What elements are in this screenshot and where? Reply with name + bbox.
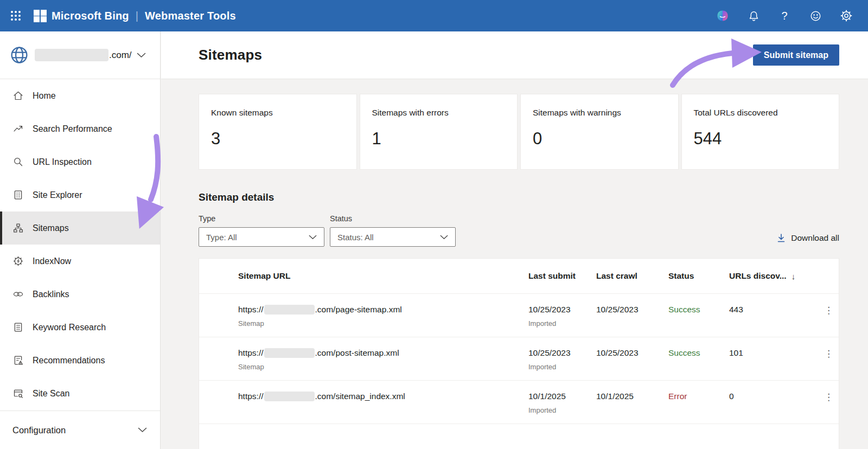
kebab-menu-icon[interactable]: ⋮ [824,305,833,315]
last-crawl-cell: 10/25/2023 [596,305,668,315]
urls-discovered-cell: 443 [729,305,819,315]
bell-icon[interactable] [747,9,760,22]
browser-scan-icon [12,388,24,399]
top-app-bar: Microsoft Bing | Webmaster Tools [0,0,868,31]
sidebar-item-site-scan[interactable]: Site Scan [0,377,160,410]
stat-value: 1 [372,129,518,149]
stat-value: 544 [694,129,839,149]
status-cell: Success [668,348,729,358]
chevron-down-icon[interactable] [137,53,146,58]
site-selector[interactable]: .com/ [0,31,160,79]
kebab-menu-icon[interactable]: ⋮ [824,348,833,358]
column-header-status[interactable]: Status [668,271,729,281]
waffle-icon[interactable] [9,9,23,23]
sidebar-item-label: IndexNow [33,256,71,266]
sort-descending-icon[interactable]: ↓ [792,272,796,281]
sidebar-item-sitemaps[interactable]: Sitemaps [0,211,160,245]
sitemap-url-cell: https://.com/page-sitemap.xml Sitemap [199,305,528,328]
trend-up-icon [12,123,24,134]
stat-label: Known sitemaps [211,108,356,118]
last-submit-cell: 10/25/2023 Imported [528,348,596,371]
urls-discovered-cell: 0 [729,392,819,401]
sitemap-url-cell: https://.com/sitemap_index.xml [199,392,528,406]
redacted-domain [35,49,108,61]
table-header-row: Sitemap URL Last submit Last crawl Statu… [199,259,839,293]
sitemap-url-cell: https://.com/post-sitemap.xml Sitemap [199,348,528,371]
feedback-smiley-icon[interactable] [809,9,822,22]
sidebar-item-label: Home [33,91,56,101]
org-chart-icon [12,222,24,234]
type-filter-select[interactable]: Type: All [199,227,324,247]
status-cell: Success [668,305,729,315]
redacted-domain [264,392,315,401]
table-row[interactable]: https://.com/sitemap_index.xml 10/1/2025… [199,380,839,424]
gear-bolt-icon [12,255,24,267]
stats-row: Known sitemaps 3 Sitemaps with errors 1 … [199,94,839,170]
stat-value: 3 [211,129,356,149]
stat-card-known-sitemaps: Known sitemaps 3 [199,94,357,170]
sidebar-item-search-performance[interactable]: Search Performance [0,112,160,145]
column-header-sitemap-url[interactable]: Sitemap URL [199,271,528,281]
sidebar-item-site-explorer[interactable]: Site Explorer [0,178,160,211]
sidebar-item-configuration[interactable]: Configuration [0,410,160,449]
submit-note: Imported [528,406,596,414]
redacted-domain [264,348,315,358]
sitemap-type-label: Sitemap [238,319,528,328]
status-filter-group: Status Status: All [330,214,456,247]
sidebar-item-indexnow[interactable]: IndexNow [0,245,160,278]
brand-name[interactable]: Microsoft Bing [52,10,129,22]
status-filter-value: Status: All [337,233,374,242]
settings-gear-icon[interactable] [840,9,853,22]
stat-label: Sitemaps with warnings [533,108,678,118]
redacted-domain [264,305,315,315]
column-header-last-submit[interactable]: Last submit [528,271,596,281]
last-crawl-cell: 10/1/2025 [596,392,668,401]
submit-sitemap-button[interactable]: Submit sitemap [753,44,839,66]
sidebar-item-label: Search Performance [33,124,112,134]
sidebar-item-backlinks[interactable]: Backlinks [0,278,160,311]
stat-label: Total URLs discovered [694,108,839,118]
sidebar-item-label: Keyword Research [33,323,106,332]
sidebar-item-home[interactable]: Home [0,79,160,112]
copilot-icon[interactable] [716,9,729,22]
last-crawl-cell: 10/25/2023 [596,348,668,358]
stat-label: Sitemaps with errors [372,108,518,118]
status-cell: Error [668,392,729,401]
site-domain: .com/ [35,49,132,61]
sitemap-type-label: Sitemap [238,363,528,371]
submit-note: Imported [528,319,596,328]
globe-icon [9,45,29,65]
column-header-urls-discovered[interactable]: URLs discov... ↓ [729,271,819,281]
document-lines-icon [12,322,24,333]
kebab-menu-icon[interactable]: ⋮ [824,392,833,402]
sidebar-item-url-inspection[interactable]: URL Inspection [0,145,160,178]
column-header-last-crawl[interactable]: Last crawl [596,271,668,281]
type-filter-label: Type [199,214,324,223]
product-name[interactable]: Webmaster Tools [145,10,236,22]
sidebar-item-recommendations[interactable]: Recommendations [0,344,160,377]
page-header: Sitemaps Submit sitemap [161,31,868,79]
sitemaps-table: Sitemap URL Last submit Last crawl Statu… [199,258,839,449]
sidebar-item-label: Configuration [12,425,66,435]
help-icon[interactable]: ? [778,9,791,22]
magnifier-icon [12,156,24,168]
document-list-icon [12,189,24,201]
stat-value: 0 [533,129,678,149]
microsoft-logo-icon [34,10,46,22]
table-row[interactable]: https://.com/post-sitemap.xml Sitemap 10… [199,337,839,380]
home-icon [12,90,24,101]
status-filter-select[interactable]: Status: All [330,227,456,247]
download-all-button[interactable]: Download all [776,233,839,243]
sidebar-item-label: Sitemaps [33,223,69,233]
status-filter-label: Status [330,214,456,223]
stat-card-sitemaps-with-errors: Sitemaps with errors 1 [360,94,518,170]
chevron-down-icon [440,235,448,240]
sidebar-item-label: URL Inspection [33,157,92,167]
table-row[interactable]: https://.com/page-sitemap.xml Sitemap 10… [199,293,839,337]
urls-discovered-cell: 101 [729,348,819,358]
table-row-partial [199,424,839,444]
sidebar-item-label: Site Scan [33,389,69,399]
sidebar-nav: Home Search Performance URL Inspection S… [0,79,160,410]
sidebar-item-keyword-research[interactable]: Keyword Research [0,311,160,344]
type-filter-group: Type Type: All [199,214,324,247]
